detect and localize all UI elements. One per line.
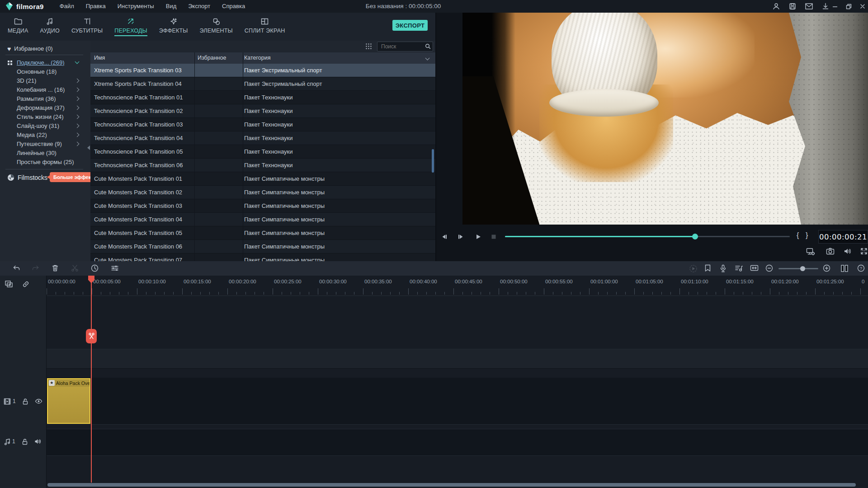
sidebar-category-item[interactable]: Простые формы (25) [0,157,90,166]
transition-row[interactable]: Cute Monsters Pack Transition 04Пакет Си… [90,213,435,226]
transition-row[interactable]: Xtreme Sports Pack Transition 03Пакет Эк… [90,64,435,77]
sidebar-category-item[interactable]: Путешествие (9) [0,139,90,148]
tab-effects[interactable]: ЭФФЕКТЫ [153,13,194,39]
display-settings-icon[interactable] [806,248,815,256]
minimize-icon[interactable] [832,4,838,9]
tab-audio[interactable]: АУДИО [34,13,66,39]
overlay-track-row[interactable] [47,349,868,369]
audio-mixer-icon[interactable] [735,264,743,272]
tab-splitscreen[interactable]: СПЛИТ ЭКРАН [239,13,291,39]
undo-icon[interactable] [12,264,20,272]
playhead-scissors-button[interactable] [86,329,97,343]
column-header-favorite[interactable]: Избранное [198,52,226,64]
sidebar-category-item[interactable]: Медиа (22) [0,130,90,139]
timeline-tracks-area[interactable]: 00:00:00:0000:00:05:0000:00:10:0000:00:1… [47,276,868,488]
grid-view-icon[interactable] [365,43,372,50]
zoom-to-fit-icon[interactable] [750,264,759,272]
search-input[interactable] [380,42,424,51]
voiceover-mic-icon[interactable] [719,264,727,272]
audio-track-row[interactable] [47,429,868,456]
menu-item[interactable]: Файл [54,0,80,13]
tab-transitions[interactable]: ПЕРЕХОДЫ [108,13,153,39]
delete-icon[interactable] [52,264,59,272]
menu-item[interactable]: Инструменты [112,0,160,13]
transition-row[interactable]: Cute Monsters Pack Transition 06Пакет Си… [90,240,435,253]
vertical-scrollbar-thumb[interactable] [432,149,434,173]
seek-bar[interactable] [505,236,790,237]
transition-row[interactable]: Cute Monsters Pack Transition 05Пакет Си… [90,226,435,240]
sidebar-category-item[interactable]: Деформация (37) [0,103,90,112]
help-icon[interactable]: ? [857,264,865,272]
zoom-in-icon[interactable] [823,264,830,272]
transition-row[interactable]: Technoscience Pack Transition 01Пакет Те… [90,91,435,104]
track-view-toggle-icon[interactable] [840,264,849,272]
mark-out-icon[interactable]: } [806,231,808,239]
duration-clock-icon[interactable] [91,264,99,272]
playhead-line[interactable] [91,276,92,483]
restore-icon[interactable] [846,4,852,9]
tab-media[interactable]: МЕДИА [2,13,34,39]
previous-frame-button[interactable] [441,233,448,240]
video-track-visibility-icon[interactable] [35,399,42,404]
save-icon[interactable] [789,3,796,10]
transition-row[interactable]: Cute Monsters Pack Transition 07Пакет Си… [90,253,435,261]
transition-row[interactable]: Technoscience Pack Transition 04Пакет Те… [90,131,435,145]
link-icon[interactable] [22,280,30,288]
menu-item[interactable]: Справка [216,0,251,13]
sidebar-category-item[interactable]: Основные (18) [0,67,90,76]
mail-icon[interactable] [805,3,813,9]
transition-row[interactable]: Cute Monsters Pack Transition 01Пакет Си… [90,172,435,186]
menu-item[interactable]: Экспорт [182,0,216,13]
timeline-zoom-handle[interactable] [800,266,805,271]
transition-row[interactable]: Xtreme Sports Pack Transition 04Пакет Эк… [90,77,435,91]
transition-row[interactable]: Technoscience Pack Transition 06Пакет Те… [90,159,435,172]
seek-bar-handle[interactable] [692,234,698,239]
sidebar-category-item[interactable]: Колебания ... (16) [0,85,90,94]
horizontal-scrollbar-thumb[interactable] [47,483,856,487]
close-icon[interactable] [860,4,865,9]
volume-icon[interactable] [844,248,852,255]
sidebar-favorites[interactable]: ♥ Избранное (0) [7,45,53,52]
sidebar-category-item[interactable]: 3D (21) [0,76,90,85]
sidebar-category-item[interactable]: Стиль жизни (24) [0,112,90,121]
filmstocks-link[interactable]: Filmstocks [7,174,47,181]
split-scissors-icon[interactable] [71,264,79,272]
transition-row[interactable]: Cute Monsters Pack Transition 03Пакет Си… [90,199,435,213]
menu-item[interactable]: Правка [80,0,112,13]
transition-row[interactable]: Cute Monsters Pack Transition 02Пакет Си… [90,186,435,199]
export-button[interactable]: ЭКСПОРТ [392,20,428,31]
adjust-sliders-icon[interactable] [111,264,119,272]
tab-elements[interactable]: ЭЛЕМЕНТЫ [194,13,239,39]
zoom-out-icon[interactable] [765,264,773,272]
download-icon[interactable] [822,3,829,10]
next-frame-button[interactable] [457,233,464,240]
stop-button[interactable] [490,233,497,240]
account-icon[interactable] [773,3,780,10]
video-track-lock-icon[interactable] [22,398,28,405]
video-track-row[interactable] [47,378,868,425]
transition-row[interactable]: Technoscience Pack Transition 03Пакет Те… [90,118,435,131]
transition-row[interactable]: Technoscience Pack Transition 05Пакет Те… [90,145,435,159]
sidebar-category-item[interactable]: Размытия (36) [0,94,90,103]
video-preview[interactable] [462,13,868,225]
manage-tracks-icon[interactable] [5,280,14,288]
timeline-clip[interactable]: ★ Aloha Pack Ove [47,378,90,424]
sidebar-category-item[interactable]: Слайд-шоу (31) [0,121,90,130]
sidebar-category-item[interactable]: Подключе... (269) [0,58,90,67]
tab-titles[interactable]: СУБТИТРЫ [66,13,108,39]
snapshot-camera-icon[interactable] [826,248,835,255]
transition-row[interactable]: Technoscience Pack Transition 02Пакет Те… [90,104,435,118]
mark-in-icon[interactable]: { [797,231,799,239]
sidebar-category-item[interactable]: Линейные (30) [0,148,90,157]
column-header-category[interactable]: Категория [244,52,270,64]
search-icon[interactable] [425,43,431,49]
fullscreen-icon[interactable] [860,248,868,255]
timeline-ruler[interactable]: 00:00:00:0000:00:05:0000:00:10:0000:00:1… [47,276,868,296]
column-header-name[interactable]: Имя [94,52,105,64]
audio-track-lock-icon[interactable] [22,438,28,445]
render-preview-icon[interactable] [689,264,698,273]
menu-item[interactable]: Вид [160,0,183,13]
timeline-zoom-slider[interactable] [778,268,818,269]
redo-icon[interactable] [32,264,40,272]
audio-track-mute-icon[interactable] [34,438,42,445]
